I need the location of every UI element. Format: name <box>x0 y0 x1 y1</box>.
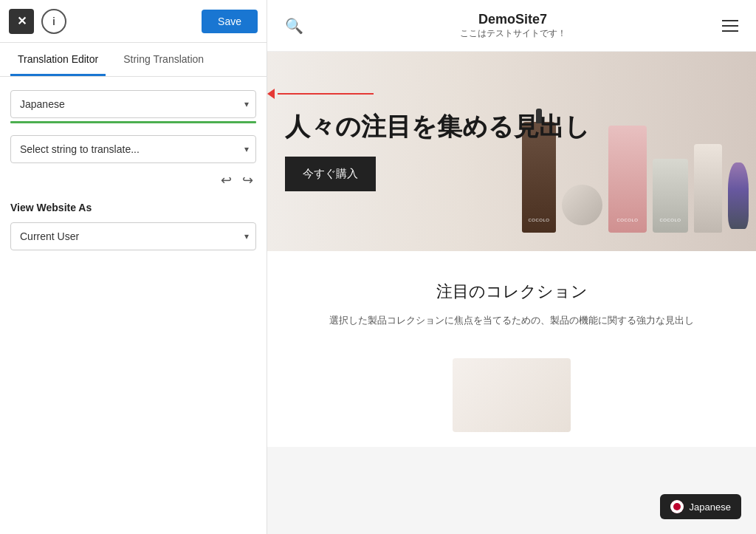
tabs-bar: Translation Editor String Translation <box>0 43 267 77</box>
hamburger-menu[interactable] <box>722 20 738 32</box>
collection-section: 注目のコレクション 選択した製品コレクションに焦点を当てるための、製品の機能に関… <box>267 251 756 343</box>
left-panel: ✕ i Save Translation Editor String Trans… <box>0 0 267 534</box>
site-subtitle: ここはテストサイトです！ <box>460 27 566 40</box>
language-select-wrapper: Japanese ▾ <box>10 90 256 118</box>
info-icon: i <box>52 16 55 27</box>
info-button[interactable]: i <box>41 9 66 34</box>
product-preview-row <box>267 343 756 447</box>
view-as-select-wrapper: Current User ▾ <box>10 222 256 250</box>
string-select[interactable]: Select string to translate... <box>10 135 256 163</box>
hero-banner: 人々の注目を集める見出し 今すぐ購入 COCOLO COCOLO COCOLO <box>267 52 756 251</box>
bottle-short: COCOLO <box>653 159 688 233</box>
language-select[interactable]: Japanese <box>10 90 256 118</box>
hamburger-line-2 <box>722 25 738 27</box>
hero-cta-button[interactable]: 今すぐ購入 <box>285 157 376 191</box>
language-badge[interactable]: Japanese <box>660 494 741 519</box>
close-icon: ✕ <box>17 14 27 28</box>
close-button[interactable]: ✕ <box>9 9 34 34</box>
search-icon[interactable]: 🔍 <box>285 17 303 35</box>
lavender-sprig <box>728 162 749 229</box>
hero-headline: 人々の注目を集める見出し <box>285 112 590 142</box>
undo-button[interactable]: ↩ <box>221 172 232 188</box>
hamburger-line-1 <box>722 20 738 21</box>
redo-button[interactable]: ↪ <box>242 172 253 188</box>
panel-content: Japanese ▾ Select string to translate...… <box>0 77 267 264</box>
bottle-diffuser <box>694 144 722 233</box>
svg-point-1 <box>673 503 681 510</box>
view-as-label: View Website As <box>10 202 256 213</box>
japanese-flag-icon <box>670 500 684 513</box>
language-active-indicator <box>10 121 256 123</box>
view-as-select[interactable]: Current User <box>10 222 256 250</box>
bottle-label-3: COCOLO <box>659 218 681 222</box>
product-card-1 <box>453 358 571 432</box>
undo-redo-controls: ↩ ↪ <box>10 172 256 188</box>
collection-description: 選択した製品コレクションに焦点を当てるための、製品の機能に関する強力な見出し <box>285 313 738 329</box>
bottle-pink: COCOLO <box>608 126 647 233</box>
right-panel: 🔍 DemoSite7 ここはテストサイトです！ 人々の注目を集める見出し 今す… <box>267 0 756 534</box>
tab-translation-editor[interactable]: Translation Editor <box>10 43 106 76</box>
hamburger-line-3 <box>722 30 738 32</box>
bottle-label-2: COCOLO <box>616 218 638 222</box>
collection-title: 注目のコレクション <box>285 281 738 303</box>
top-bar: ✕ i Save <box>0 0 267 43</box>
string-select-wrapper: Select string to translate... ▾ <box>10 135 256 163</box>
save-button[interactable]: Save <box>202 10 258 33</box>
hero-text-area: 人々の注目を集める見出し 今すぐ購入 <box>285 52 590 251</box>
language-badge-label: Japanese <box>690 502 731 513</box>
site-title: DemoSite7 <box>460 12 566 27</box>
site-header-center: DemoSite7 ここはテストサイトです！ <box>460 12 566 40</box>
site-header: 🔍 DemoSite7 ここはテストサイトです！ <box>267 0 756 52</box>
tab-string-translation[interactable]: String Translation <box>116 43 211 76</box>
